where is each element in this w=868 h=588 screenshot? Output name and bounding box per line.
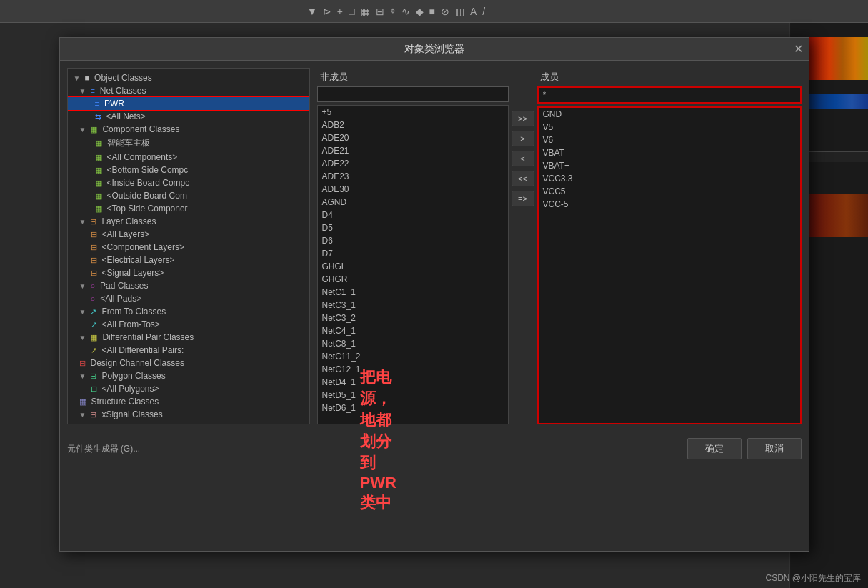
member-item-v5[interactable]: V5	[539, 121, 800, 134]
tree-item-comp-layers[interactable]: ⊟ <Component Layers>	[68, 241, 309, 254]
non-member-list[interactable]: +5 ADB2 ADE20 ADE21 ADE22 ADE23 ADE30 AG…	[317, 105, 509, 424]
tree-item-net-classes[interactable]: ▼ ≡ Net Classes	[68, 84, 309, 97]
generator-link[interactable]: 元件类生成器 (G)...	[67, 443, 141, 455]
tree-arrow-comp: ▼	[79, 126, 86, 134]
list-item-netd6-1[interactable]: NetD6_1	[318, 402, 508, 414]
tree-label-inside-board: <Inside Board Compc	[107, 178, 190, 188]
list-item-ade21[interactable]: ADE21	[318, 144, 508, 157]
toolbar-icon-8[interactable]: ∿	[401, 6, 410, 17]
list-item-d5[interactable]: D5	[318, 221, 508, 234]
list-item-ade20[interactable]: ADE20	[318, 131, 508, 144]
dialog-title: 对象类浏览器	[404, 43, 464, 56]
tree-item-all-layers[interactable]: ⊟ <All Layers>	[68, 228, 309, 241]
member-item-vcc-5[interactable]: VCC-5	[539, 198, 800, 211]
toolbar-icon-3[interactable]: +	[337, 6, 343, 17]
add-one-button[interactable]: >	[512, 131, 534, 146]
toolbar-icon-1[interactable]: ▼	[307, 6, 317, 17]
tree-item-zhiche[interactable]: ▦ 智能车主板	[68, 136, 309, 151]
tree-item-top-side[interactable]: ▦ <Top Side Componer	[68, 202, 309, 215]
tree-item-pad-classes[interactable]: ▼ ○ Pad Classes	[68, 279, 309, 292]
member-item-vcc5[interactable]: VCC5	[539, 185, 800, 198]
list-item-netc1-1[interactable]: NetC1_1	[318, 286, 508, 299]
tree-item-xsig-classes[interactable]: ▼ ⊟ xSignal Classes	[68, 408, 309, 421]
dialog-close-button[interactable]: ✕	[794, 44, 803, 55]
list-item-netc8-1[interactable]: NetC8_1	[318, 337, 508, 350]
ok-button[interactable]: 确定	[687, 438, 742, 459]
toolbar-icon-9[interactable]: ◆	[416, 6, 424, 17]
list-item-ade22[interactable]: ADE22	[318, 157, 508, 170]
toolbar-icon-4[interactable]: □	[349, 6, 354, 17]
cancel-button[interactable]: 取消	[747, 438, 802, 459]
add-all-button[interactable]: >>	[512, 111, 534, 126]
tree-item-layer-classes[interactable]: ▼ ⊟ Layer Classes	[68, 215, 309, 228]
list-item-netd5-1[interactable]: NetD5_1	[318, 389, 508, 402]
list-item-d7[interactable]: D7	[318, 247, 508, 260]
remove-all-button[interactable]: <<	[512, 171, 534, 186]
tree-icon-all-fromtos: ↗	[91, 320, 97, 329]
non-member-search[interactable]	[317, 86, 509, 102]
list-item-netd4-1[interactable]: NetD4_1	[318, 376, 508, 389]
tree-item-struct-classes[interactable]: ▦ Structure Classes	[68, 395, 309, 408]
toolbar-icon-11[interactable]: ⊘	[441, 6, 449, 17]
list-item-adb2[interactable]: ADB2	[318, 119, 508, 131]
member-item-vbat-plus[interactable]: VBAT+	[539, 159, 800, 172]
list-item-netc4-1[interactable]: NetC4_1	[318, 324, 508, 337]
toolbar-icon-7[interactable]: ⌖	[390, 5, 396, 17]
list-item-netc12-1[interactable]: NetC12_1	[318, 363, 508, 376]
tree-item-diff-classes[interactable]: ▼ ▦ Differential Pair Classes	[68, 331, 309, 344]
tree-item-all-fromtos[interactable]: ↗ <All From-Tos>	[68, 318, 309, 331]
tree-item-design-channel[interactable]: ⊟ Design Channel Classes	[68, 357, 309, 369]
member-item-gnd[interactable]: GND	[539, 108, 800, 121]
tree-item-root[interactable]: ▼ ■ Object Classes	[68, 71, 309, 84]
member-item-vbat[interactable]: VBAT	[539, 146, 800, 159]
tree-item-inside-board[interactable]: ▦ <Inside Board Compc	[68, 176, 309, 189]
tree-item-elec-layers[interactable]: ⊟ <Electrical Layers>	[68, 254, 309, 266]
list-item-ade30[interactable]: ADE30	[318, 183, 508, 196]
list-item-plus5[interactable]: +5	[318, 106, 508, 119]
toolbar-icon-14[interactable]: /	[482, 6, 485, 17]
member-item-v6[interactable]: V6	[539, 134, 800, 146]
tree-icon-inside-board: ▦	[95, 179, 102, 188]
remove-one-button[interactable]: <	[512, 151, 534, 166]
toolbar-icon-5[interactable]: ▦	[361, 6, 370, 17]
list-item-ade23[interactable]: ADE23	[318, 170, 508, 183]
tree-icon-struct: ▦	[79, 397, 86, 407]
tree-item-fromto-classes[interactable]: ▼ ↗ From To Classes	[68, 305, 309, 318]
member-list[interactable]: GND V5 V6 VBAT VBAT+ VCC3.3 VCC5 VCC-5	[537, 106, 802, 424]
tree-item-all-comps[interactable]: ▦ <All Components>	[68, 151, 309, 164]
tree-icon-signal-layers: ⊟	[91, 269, 97, 278]
tree-item-pwr[interactable]: ≡ PWR	[68, 97, 309, 110]
tree-item-signal-layers[interactable]: ⊟ <Signal Layers>	[68, 266, 309, 279]
tree-label-all-nets: <All Nets>	[106, 111, 146, 121]
tree-label-fromto-classes: From To Classes	[101, 307, 166, 317]
list-item-netc3-1[interactable]: NetC3_1	[318, 299, 508, 312]
tree-icon-all-pads: ○	[91, 294, 96, 303]
tree-item-all-pads[interactable]: ○ <All Pads>	[68, 292, 309, 305]
list-item-ghgl[interactable]: GHGL	[318, 260, 508, 273]
object-class-tree[interactable]: ▼ ■ Object Classes ▼ ≡ Net Classes ≡	[67, 68, 310, 424]
tree-icon-all-layers: ⊟	[91, 230, 97, 239]
list-item-d4[interactable]: D4	[318, 209, 508, 221]
tree-item-all-polys[interactable]: ⊟ <All Polygons>	[68, 382, 309, 395]
list-item-d6[interactable]: D6	[318, 234, 508, 247]
toolbar-icon-13[interactable]: A	[470, 6, 477, 17]
tree-icon-bottom-side: ▦	[95, 166, 102, 175]
tree-item-poly-classes[interactable]: ▼ ⊟ Polygon Classes	[68, 369, 309, 382]
toolbar-icon-10[interactable]: ■	[429, 6, 435, 17]
list-item-agnd[interactable]: AGND	[318, 196, 508, 209]
tree-item-comp-classes[interactable]: ▼ ▦ Component Classes	[68, 123, 309, 136]
tree-item-bottom-side[interactable]: ▦ <Bottom Side Compc	[68, 164, 309, 176]
member-item-vcc33[interactable]: VCC3.3	[539, 172, 800, 185]
tree-item-all-nets[interactable]: ⇆ <All Nets>	[68, 110, 309, 123]
toolbar-icon-2[interactable]: ⊳	[323, 6, 331, 17]
list-item-ghgr[interactable]: GHGR	[318, 273, 508, 286]
tree-item-all-diff[interactable]: ↗ <All Differential Pairs:	[68, 344, 309, 357]
toolbar-icon-12[interactable]: ▥	[455, 6, 464, 17]
tree-icon-xsig: ⊟	[90, 410, 96, 419]
tree-item-outside-board[interactable]: ▦ <Outside Board Com	[68, 189, 309, 202]
list-item-netc11-2[interactable]: NetC11_2	[318, 350, 508, 363]
member-search[interactable]	[537, 86, 802, 104]
list-item-netc3-2[interactable]: NetC3_2	[318, 312, 508, 324]
swap-button[interactable]: =>	[512, 191, 534, 206]
toolbar-icon-6[interactable]: ⊟	[376, 6, 384, 17]
